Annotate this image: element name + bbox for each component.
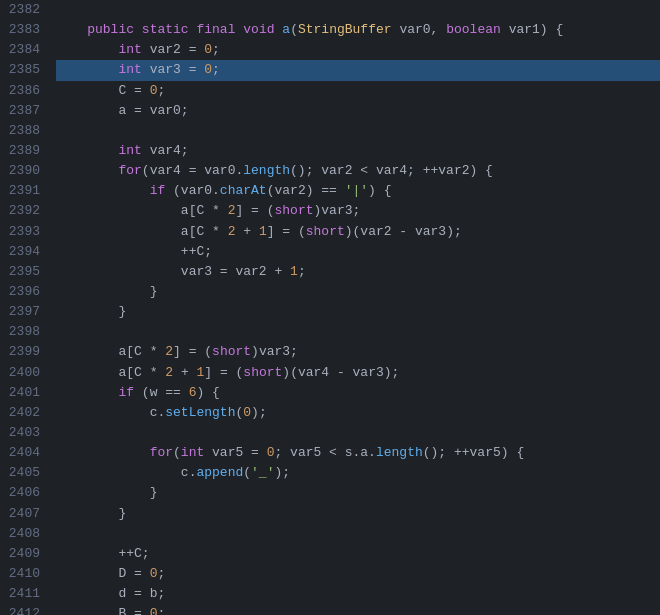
- line-num: 2384: [4, 40, 40, 60]
- line-num: 2387: [4, 101, 40, 121]
- line-num: 2396: [4, 282, 40, 302]
- code-line-2382: [56, 0, 660, 20]
- line-num: 2405: [4, 463, 40, 483]
- code-line-2386: C = 0;: [56, 81, 660, 101]
- line-num: 2399: [4, 342, 40, 362]
- code-line-2392: a[C * 2] = (short)var3;: [56, 201, 660, 221]
- code-line-2405: c.append('_');: [56, 463, 660, 483]
- line-num: 2388: [4, 121, 40, 141]
- code-line-2387: a = var0;: [56, 101, 660, 121]
- line-num: 2412: [4, 604, 40, 615]
- code-line-2395: var3 = var2 + 1;: [56, 262, 660, 282]
- line-numbers: 2382 2383 2384 2385 2386 2387 2388 2389 …: [0, 0, 52, 615]
- code-line-2383: public static final void a(StringBuffer …: [56, 20, 660, 40]
- line-num: 2411: [4, 584, 40, 604]
- line-num: 2385: [4, 60, 40, 80]
- code-line-2388: [56, 121, 660, 141]
- code-line-2402: c.setLength(0);: [56, 403, 660, 423]
- line-num: 2393: [4, 222, 40, 242]
- code-line-2384: int var2 = 0;: [56, 40, 660, 60]
- line-num: 2383: [4, 20, 40, 40]
- line-num: 2401: [4, 383, 40, 403]
- line-num: 2386: [4, 81, 40, 101]
- line-num: 2407: [4, 504, 40, 524]
- line-num: 2404: [4, 443, 40, 463]
- code-line-2389: int var4;: [56, 141, 660, 161]
- line-num: 2402: [4, 403, 40, 423]
- code-line-2385: int var3 = 0;: [56, 60, 660, 80]
- code-line-2412: B = 0;: [56, 604, 660, 615]
- code-line-2406: }: [56, 483, 660, 503]
- code-line-2401: if (w == 6) {: [56, 383, 660, 403]
- code-line-2403: [56, 423, 660, 443]
- code-line-2390: for(var4 = var0.length(); var2 < var4; +…: [56, 161, 660, 181]
- code-line-2407: }: [56, 504, 660, 524]
- code-line-2391: if (var0.charAt(var2) == '|') {: [56, 181, 660, 201]
- code-editor: 2382 2383 2384 2385 2386 2387 2388 2389 …: [0, 0, 660, 615]
- line-num: 2400: [4, 363, 40, 383]
- code-line-2394: ++C;: [56, 242, 660, 262]
- line-num: 2406: [4, 483, 40, 503]
- line-num: 2410: [4, 564, 40, 584]
- code-line-2393: a[C * 2 + 1] = (short)(var2 - var3);: [56, 222, 660, 242]
- line-num: 2391: [4, 181, 40, 201]
- line-num: 2392: [4, 201, 40, 221]
- line-num: 2394: [4, 242, 40, 262]
- line-num: 2382: [4, 0, 40, 20]
- line-num: 2398: [4, 322, 40, 342]
- code-line-2398: [56, 322, 660, 342]
- code-lines: public static final void a(StringBuffer …: [52, 0, 660, 615]
- code-line-2410: D = 0;: [56, 564, 660, 584]
- code-line-2409: ++C;: [56, 544, 660, 564]
- line-num: 2403: [4, 423, 40, 443]
- code-line-2404: for(int var5 = 0; var5 < s.a.length(); +…: [56, 443, 660, 463]
- code-line-2396: }: [56, 282, 660, 302]
- code-line-2397: }: [56, 302, 660, 322]
- line-num: 2408: [4, 524, 40, 544]
- line-num: 2409: [4, 544, 40, 564]
- line-num: 2390: [4, 161, 40, 181]
- line-num: 2395: [4, 262, 40, 282]
- code-line-2408: [56, 524, 660, 544]
- code-line-2399: a[C * 2] = (short)var3;: [56, 342, 660, 362]
- line-num: 2389: [4, 141, 40, 161]
- line-num: 2397: [4, 302, 40, 322]
- code-line-2400: a[C * 2 + 1] = (short)(var4 - var3);: [56, 363, 660, 383]
- code-line-2411: d = b;: [56, 584, 660, 604]
